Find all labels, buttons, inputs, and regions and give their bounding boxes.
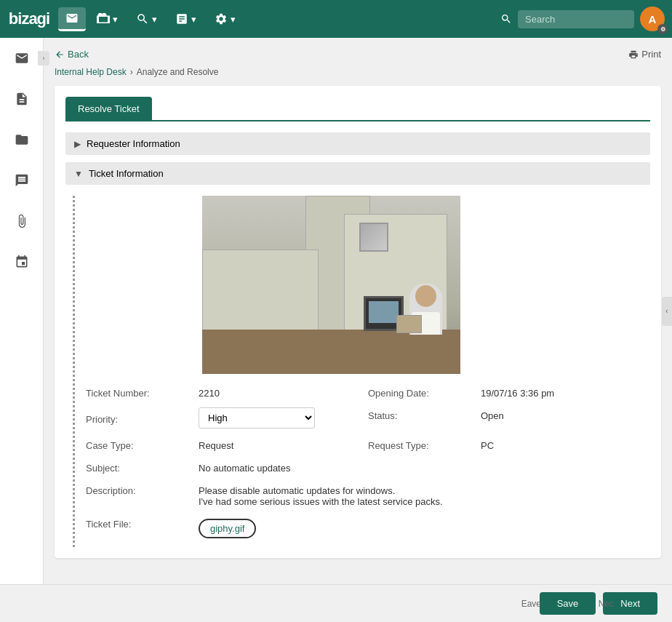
- left-sidebar: [0, 38, 44, 584]
- requester-section-title: Requester Information: [87, 138, 180, 149]
- requester-section-header[interactable]: ▶ Requester Information: [65, 132, 650, 155]
- avatar-button[interactable]: A ⚙: [640, 7, 665, 31]
- main-area: Back Print Internal Help Desk › Analyze …: [44, 38, 672, 584]
- subject-value: No automatic updates: [199, 460, 650, 474]
- resolve-ticket-tab[interactable]: Resolve Ticket: [65, 97, 152, 120]
- right-panel-toggle[interactable]: ‹: [662, 297, 672, 326]
- breadcrumb-current: Analyze and Resolve: [137, 67, 219, 77]
- description-row: Description: Please disable automatic up…: [86, 482, 650, 507]
- nec-label: Nec: [599, 599, 614, 609]
- print-button[interactable]: Print: [628, 49, 661, 60]
- sidebar-item-inbox[interactable]: [9, 45, 35, 71]
- top-navigation: bizagi ▾ ▾ ▾ ▾ A ⚙: [0, 0, 672, 38]
- reports-nav-arrow: ▾: [191, 14, 196, 25]
- search-icon: [500, 13, 512, 25]
- sidebar-item-workflow[interactable]: [9, 249, 35, 275]
- back-button[interactable]: Back: [55, 49, 89, 60]
- subject-label: Subject:: [86, 460, 199, 474]
- wall-picture: [359, 223, 388, 252]
- ticket-section-header[interactable]: ▼ Ticket Information: [65, 162, 650, 185]
- breadcrumb-separator: ›: [130, 67, 133, 77]
- tab-bar: Resolve Ticket: [65, 97, 650, 121]
- requester-chevron-right-icon: ▶: [74, 139, 81, 149]
- settings-nav-btn[interactable]: ▾: [207, 8, 243, 30]
- ticket-number-label: Ticket Number:: [86, 385, 199, 399]
- tab-label: Resolve Ticket: [78, 103, 140, 114]
- sidebar-item-documents[interactable]: [9, 86, 35, 112]
- settings-nav-arrow: ▾: [231, 14, 236, 25]
- ticket-file-badge[interactable]: giphy.gif: [199, 519, 256, 538]
- subject-row: Subject: No automatic updates: [86, 460, 650, 474]
- request-type-value: PC: [481, 437, 650, 451]
- ticket-content-container: Ticket Number: 2210 Opening Date: 19/07/…: [65, 196, 650, 547]
- avatar-settings-icon: ⚙: [657, 24, 668, 34]
- action-row: Back Print: [55, 49, 661, 60]
- logo: bizagi: [7, 9, 51, 28]
- sidebar-item-chat[interactable]: [9, 167, 35, 194]
- description-label: Description:: [86, 482, 199, 496]
- priority-label: Priority:: [86, 411, 199, 425]
- back-label: Back: [68, 49, 89, 60]
- status-value: Open: [481, 407, 650, 421]
- main-card: Resolve Ticket ▶ Requester Information ▼…: [55, 86, 661, 558]
- case-type-label: Case Type:: [86, 437, 199, 451]
- work-label: ▾: [113, 14, 118, 25]
- search-input[interactable]: [518, 10, 634, 28]
- search-nav-btn[interactable]: ▾: [129, 8, 164, 30]
- status-label: Status:: [368, 407, 481, 421]
- case-type-row: Case Type: Request Request Type: PC: [86, 437, 650, 451]
- work-nav-btn[interactable]: ▾: [89, 8, 125, 30]
- logo-text: bizagi: [9, 9, 49, 28]
- ticket-file-label: Ticket File:: [86, 516, 199, 530]
- case-type-value: Request: [199, 437, 368, 451]
- avatar-container: A ⚙: [640, 7, 665, 31]
- breadcrumb: Internal Help Desk › Analyze and Resolve: [55, 67, 661, 77]
- ticket-number-row: Ticket Number: 2210 Opening Date: 19/07/…: [86, 385, 650, 399]
- priority-row: Priority: Low Medium High Critical Statu…: [86, 407, 650, 428]
- ticket-file-value: giphy.gif: [199, 516, 650, 538]
- breadcrumb-parent[interactable]: Internal Help Desk: [55, 67, 127, 77]
- save-button[interactable]: Save: [540, 592, 596, 615]
- priority-select[interactable]: Low Medium High Critical: [199, 407, 315, 428]
- bottom-bar: Eave Nec Save Next: [0, 584, 672, 622]
- description-line2: I've had some serious issues with the la…: [199, 496, 650, 507]
- opening-date-value: 19/07/16 3:36 pm: [481, 385, 650, 399]
- ticket-number-value: 2210: [199, 385, 368, 399]
- priority-select-container: Low Medium High Critical: [199, 407, 315, 428]
- ticket-file-row: Ticket File: giphy.gif: [86, 516, 650, 538]
- inbox-nav-btn[interactable]: [58, 7, 86, 31]
- back-icon: [55, 49, 65, 60]
- description-line1: Please disable automatic updates for win…: [199, 485, 650, 496]
- desk-items: [396, 315, 422, 333]
- request-type-label: Request Type:: [368, 437, 481, 451]
- print-icon: [628, 49, 639, 60]
- sidebar-item-attachment[interactable]: [9, 208, 35, 234]
- nav-icons: ▾ ▾ ▾ ▾: [58, 7, 243, 31]
- ticket-dotted-line: [73, 196, 79, 547]
- eave-label: Eave: [521, 599, 541, 609]
- print-label: Print: [641, 49, 661, 60]
- ticket-form-content: Ticket Number: 2210 Opening Date: 19/07/…: [86, 196, 650, 547]
- ticket-section-title: Ticket Information: [89, 168, 164, 179]
- search-nav-arrow: ▾: [152, 14, 157, 25]
- ticket-image: [202, 196, 460, 374]
- opening-date-label: Opening Date:: [368, 385, 481, 399]
- reports-nav-btn[interactable]: ▾: [168, 8, 204, 30]
- sidebar-item-folder[interactable]: [9, 127, 35, 153]
- sidebar-toggle[interactable]: ›: [38, 51, 49, 65]
- description-value: Please disable automatic updates for win…: [199, 482, 650, 507]
- ticket-chevron-down-icon: ▼: [74, 169, 83, 179]
- avatar-letter: A: [649, 13, 657, 25]
